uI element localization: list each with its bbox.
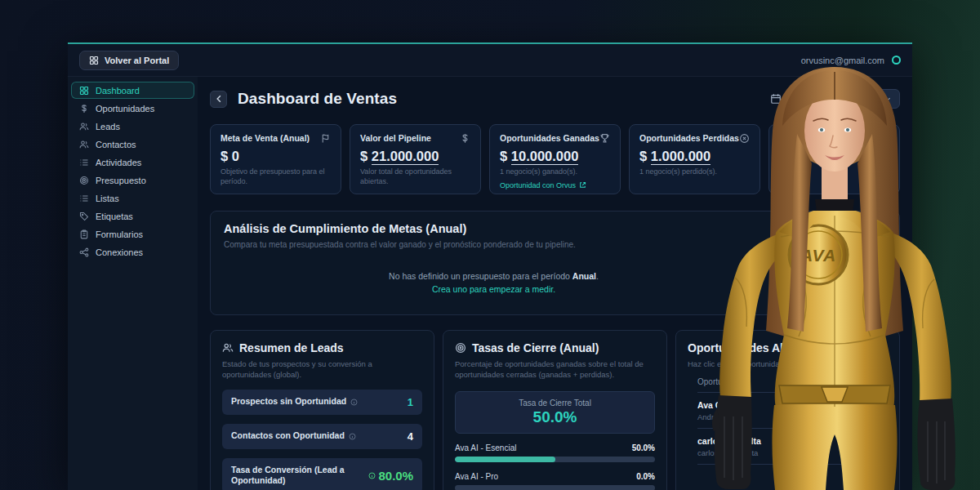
kpi-currency: $ <box>639 149 647 163</box>
kpi-description: 1 negocio(s) perdido(s). <box>639 167 750 177</box>
bar-value: 50.0% <box>632 443 655 452</box>
opportunity-contact: carlos <box>697 448 745 457</box>
period-select-value: Anual <box>795 94 818 104</box>
close-rates-title: Tasas de Cierre (Anual) <box>472 341 599 354</box>
back-button[interactable] <box>210 91 227 108</box>
goal-analysis-panel: Análisis de Cumplimiento de Metas (Anual… <box>210 211 900 315</box>
sidebar-item-leads[interactable]: Leads <box>71 118 194 135</box>
kpi-description: Valor total de oportunidades abiertas. <box>360 167 470 186</box>
sidebar-item-label: Oportunidades <box>96 104 154 114</box>
sidebar-item-formularios[interactable]: Formularios <box>71 225 194 243</box>
opportunity-link-label: Oportunidad con Orvus <box>500 181 576 189</box>
info-icon[interactable] <box>368 472 376 479</box>
leads-summary-panel: Resumen de Leads Estado de tus prospecto… <box>210 330 434 490</box>
stat-label: Prospectos sin Oportunidad <box>231 396 346 408</box>
opportunity-row[interactable]: Ava Orvus Andres Soto <box>697 393 888 429</box>
portal-button-label: Volver al Portal <box>105 56 169 65</box>
kpi-card-meta-venta: Meta de Venta (Anual) $ 0 Objetivo de pr… <box>210 124 341 194</box>
info-icon[interactable] <box>350 399 358 406</box>
kpi-amount-link[interactable]: 1.000.000 <box>651 149 710 165</box>
trophy-icon <box>599 133 610 144</box>
list-icon <box>79 158 89 167</box>
kpi-amount-link[interactable]: 10.000.000 <box>511 149 579 165</box>
sidebar-item-conexiones[interactable]: Conexiones <box>71 243 194 261</box>
stat-value: 1 <box>408 396 413 408</box>
sidebar: Dashboard Oportunidades Leads Contactos … <box>68 77 198 490</box>
total-close-rate-value: 50.0% <box>533 408 577 426</box>
sidebar-item-contactos[interactable]: Contactos <box>71 136 194 153</box>
kpi-row: Meta de Venta (Anual) $ 0 Objetivo de pr… <box>210 124 900 194</box>
external-link-icon <box>579 181 586 189</box>
opportunities-table: Oportunidad Ava Orvus Andres Soto <box>688 377 888 465</box>
goal-flag-icon <box>320 133 331 144</box>
stat-value: 80.0% <box>368 469 413 483</box>
target-icon <box>455 342 466 354</box>
sidebar-item-label: Actividades <box>96 158 141 167</box>
dollar-icon <box>79 104 89 114</box>
opportunity-row[interactable]: carlos carlos Alta Alta <box>697 429 888 465</box>
kpi-description: Objetivo de presupuesto para el período. <box>220 167 331 186</box>
info-icon[interactable] <box>349 433 356 440</box>
opportunity-link[interactable]: Oportunidad con Orvus <box>500 181 610 189</box>
opportunity-name: carlos <box>697 436 745 446</box>
kpi-amount-link[interactable]: 21.000.000 <box>372 149 439 165</box>
sidebar-item-presupuesto[interactable]: Presupuesto <box>71 172 194 189</box>
chevron-down-icon <box>883 95 892 104</box>
stat-label: Contactos con Oportunidad <box>231 430 345 442</box>
bar-label: Ava AI - Pro <box>455 472 498 481</box>
opportunity-tag: Alta <box>745 436 761 446</box>
bottom-panels: Resumen de Leads Estado de tus prospecto… <box>210 330 900 490</box>
bar-value: 0.0% <box>636 472 655 481</box>
stat-row-prospects: Prospectos sin Oportunidad 1 <box>222 390 422 415</box>
kpi-description: 1 negocio(s) ganado(s). <box>500 167 610 177</box>
kpi-currency: $ <box>500 149 507 163</box>
stat-label: Tasa de Conversión (Lead a Oportunidad) <box>231 465 354 487</box>
total-close-rate-box: Tasa de Cierre Total 50.0% <box>455 391 655 434</box>
main-content: Dashboard de Ventas Anual Meta de Venta … <box>198 77 912 490</box>
app-window: Volver al Portal orvusinc@gmail.com Dash… <box>68 42 912 490</box>
opportunities-column-header: Oportunidad <box>697 377 888 393</box>
x-circle-icon <box>739 133 750 144</box>
account-email[interactable]: orvusinc@gmail.com <box>801 56 884 65</box>
sidebar-item-listas[interactable]: Listas <box>71 189 194 207</box>
sidebar-item-label: Dashboard <box>96 86 140 96</box>
tag-icon <box>79 212 89 221</box>
kpi-label: Meta de Venta (Anual) <box>220 133 310 143</box>
progress-track <box>455 457 655 462</box>
total-close-rate-label: Tasa de Cierre Total <box>519 399 591 408</box>
arrow-left-icon <box>214 94 224 104</box>
stat-row-contacts: Contactos con Oportunidad 4 <box>222 424 422 449</box>
sidebar-item-actividades[interactable]: Actividades <box>71 154 194 171</box>
create-budget-link[interactable]: Crea uno para empezar a medir. <box>432 284 555 294</box>
sidebar-item-oportunidades[interactable]: Oportunidades <box>71 100 194 117</box>
settings-icon[interactable] <box>892 56 901 65</box>
kpi-currency: $ <box>220 149 228 163</box>
sidebar-item-dashboard[interactable]: Dashboard <box>71 82 194 99</box>
sidebar-item-label: Conexiones <box>96 247 143 257</box>
kpi-card-valor-pipeline: Valor del Pipeline $ 21.000.000 Valor to… <box>350 124 481 194</box>
leads-panel-subtitle: Estado de tus prospectos y su conversión… <box>222 359 422 381</box>
goal-panel-title: Análisis de Cumplimiento de Metas (Anual… <box>224 222 886 235</box>
period-select[interactable]: Anual <box>787 89 900 109</box>
kpi-label: Valor del Pipeline <box>360 133 431 143</box>
progress-track <box>455 485 655 490</box>
share-icon <box>79 247 89 257</box>
close-rate-bar-esencial: Ava AI - Esencial 50.0% <box>455 443 655 462</box>
sidebar-item-etiquetas[interactable]: Etiquetas <box>71 207 194 225</box>
calendar-icon[interactable] <box>770 93 782 105</box>
open-opportunities-panel: Oportunidades Abiertas (Anual) Haz clic … <box>675 330 900 490</box>
topbar: Volver al Portal orvusinc@gmail.com <box>68 44 912 77</box>
opportunity-contact: Andres Soto <box>697 412 745 421</box>
grid-icon <box>89 56 99 65</box>
goal-empty-period: Anual <box>572 271 596 281</box>
close-rates-panel: Tasas de Cierre (Anual) Porcentaje de op… <box>443 330 667 490</box>
close-rate-bar-pro: Ava AI - Pro 0.0% <box>455 472 655 490</box>
sidebar-item-label: Presupuesto <box>96 176 146 185</box>
users-icon <box>79 122 89 131</box>
kpi-card-oportunidades-ganadas: Oportunidades Ganadas $ 10.000.000 1 neg… <box>489 124 621 194</box>
kpi-label: Valor Ganado <box>779 133 835 143</box>
sidebar-item-label: Leads <box>96 122 120 131</box>
target-icon <box>79 176 89 185</box>
goal-empty-state: No has definido un presupuesto para el p… <box>224 271 886 296</box>
back-to-portal-button[interactable]: Volver al Portal <box>79 51 179 70</box>
